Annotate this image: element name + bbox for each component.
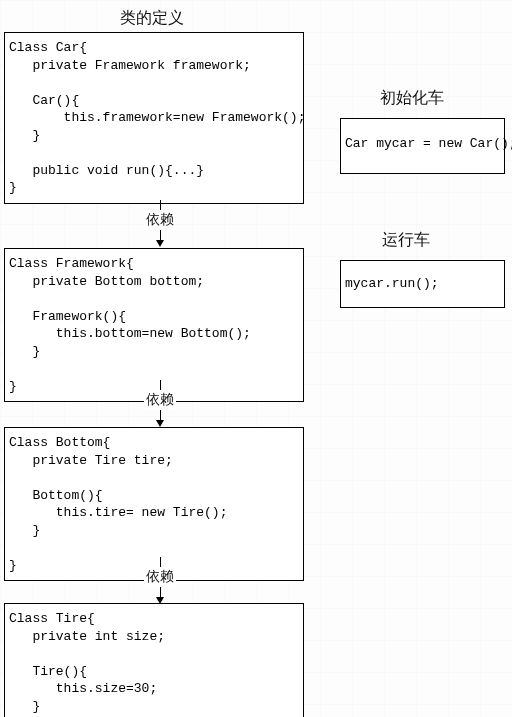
connector-label-depends: 依赖 <box>144 210 176 230</box>
connector-label-depends: 依赖 <box>144 567 176 587</box>
code-box-tire: Class Tire{ private int size; Tire(){ th… <box>4 603 304 717</box>
arrow-down-icon <box>156 420 164 427</box>
connector-stem <box>160 410 161 420</box>
connector-label-depends: 依赖 <box>144 390 176 410</box>
heading-init-car: 初始化车 <box>380 88 444 109</box>
connector-stem <box>160 587 161 597</box>
arrow-down-icon <box>156 240 164 247</box>
connector-stem <box>160 557 161 567</box>
connector-stem <box>160 380 161 390</box>
heading-class-definition: 类的定义 <box>120 8 184 29</box>
connector-car-framework: 依赖 <box>130 200 190 247</box>
connector-framework-bottom: 依赖 <box>130 380 190 427</box>
heading-run-car: 运行车 <box>382 230 430 251</box>
connector-stem <box>160 200 161 210</box>
code-box-init-car: Car mycar = new Car(); <box>340 118 505 174</box>
connector-bottom-tire: 依赖 <box>130 557 190 604</box>
connector-stem <box>160 230 161 240</box>
code-box-car: Class Car{ private Framework framework; … <box>4 32 304 204</box>
code-box-run-car: mycar.run(); <box>340 260 505 308</box>
